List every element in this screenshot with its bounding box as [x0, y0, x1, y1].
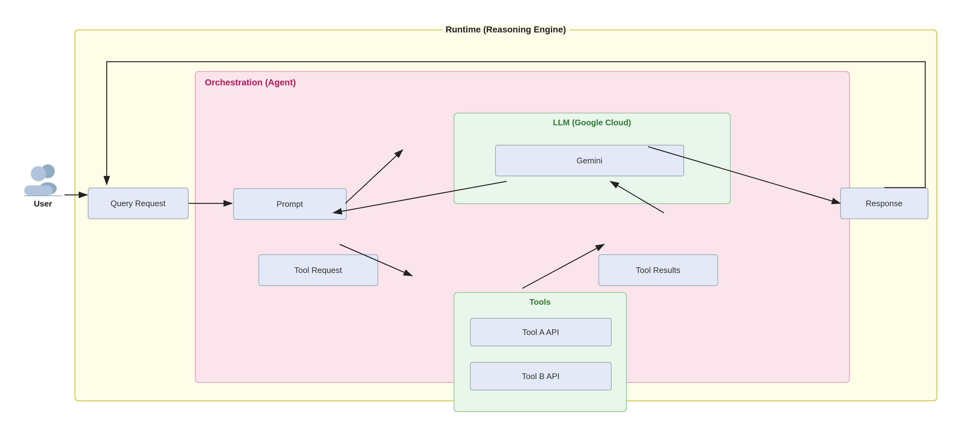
gemini-node: Gemini — [495, 145, 684, 176]
tool-results-node: Tool Results — [598, 254, 718, 286]
tool-b-node: Tool B API — [470, 362, 612, 390]
prompt-node: Prompt — [233, 188, 347, 220]
orchestration-box: Orchestration (Agent) LLM (Google Cloud)… — [195, 71, 850, 383]
llm-label: LLM (Google Cloud) — [553, 118, 631, 127]
response-node: Response — [840, 188, 928, 219]
query-request-node: Query Request — [88, 188, 189, 219]
llm-box: LLM (Google Cloud) Gemini — [453, 113, 731, 204]
svg-rect-12 — [24, 186, 52, 195]
orchestration-label: Orchestration (Agent) — [205, 78, 296, 87]
tool-request-node: Tool Request — [258, 254, 378, 286]
svg-point-11 — [31, 166, 46, 181]
user-label: User — [34, 199, 52, 209]
tools-box: Tools Tool A API Tool B API — [453, 292, 627, 412]
runtime-box: Runtime (Reasoning Engine) Orchestration… — [75, 30, 937, 401]
user-icon — [24, 162, 62, 197]
runtime-label: Runtime (Reasoning Engine) — [442, 25, 570, 35]
tool-a-node: Tool A API — [470, 318, 612, 346]
user-section: User — [21, 162, 65, 209]
tools-label: Tools — [530, 297, 550, 307]
diagram-wrapper: Runtime (Reasoning Engine) Orchestration… — [18, 17, 963, 420]
